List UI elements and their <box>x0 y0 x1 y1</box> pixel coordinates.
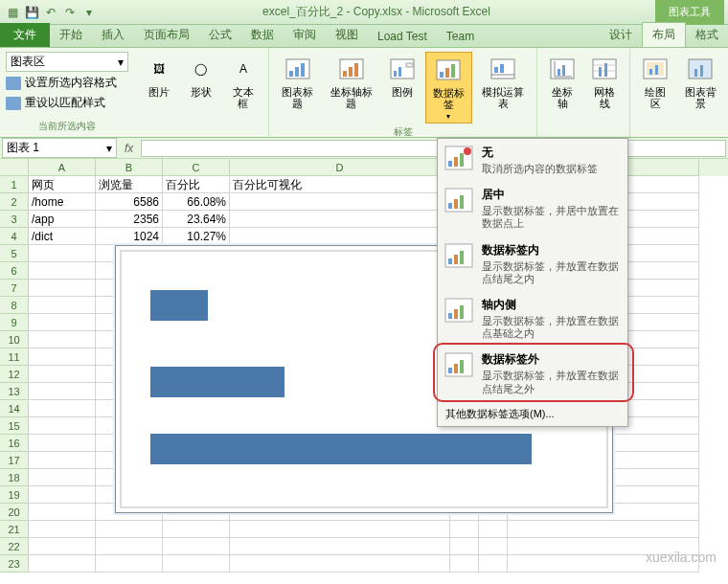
cell[interactable] <box>450 538 479 555</box>
fx-icon[interactable]: fx <box>119 142 139 155</box>
row-header[interactable]: 8 <box>0 297 29 314</box>
cell[interactable] <box>29 280 96 297</box>
tab-loadtest[interactable]: Load Test <box>368 26 437 47</box>
cell[interactable] <box>29 348 96 366</box>
tab-review[interactable]: 审阅 <box>284 23 326 47</box>
cell[interactable] <box>29 452 96 469</box>
cell[interactable] <box>96 538 163 555</box>
chart-wall-button[interactable]: 图表背景 <box>678 52 722 111</box>
row-header[interactable]: 21 <box>0 521 29 538</box>
cell[interactable] <box>29 262 96 280</box>
tab-home[interactable]: 开始 <box>50 23 92 47</box>
cell[interactable]: 百分比可视化 <box>230 176 450 193</box>
data-table-button[interactable]: 模拟运算表 <box>476 52 531 111</box>
menu-item-center[interactable]: 居中显示数据标签，并居中放置在数据点上 <box>438 181 627 236</box>
chart-title-button[interactable]: 图表标题 <box>275 52 320 111</box>
cell[interactable] <box>450 555 479 573</box>
cell[interactable] <box>29 297 96 314</box>
row-header[interactable]: 7 <box>0 280 29 297</box>
row-header[interactable]: 9 <box>0 314 29 331</box>
cell[interactable] <box>230 211 450 228</box>
col-header[interactable]: A <box>29 159 96 176</box>
cell[interactable] <box>29 555 96 573</box>
col-header[interactable]: C <box>163 159 230 176</box>
cell[interactable] <box>479 538 508 555</box>
name-box[interactable]: 图表 1 ▾ <box>2 138 117 158</box>
row-header[interactable]: 18 <box>0 469 29 486</box>
cell[interactable] <box>479 521 508 538</box>
row-header[interactable]: 22 <box>0 538 29 555</box>
cell[interactable]: 1024 <box>96 228 163 245</box>
legend-button[interactable]: 图例 <box>383 52 421 100</box>
plot-area-button[interactable]: 绘图区 <box>636 52 674 111</box>
cell[interactable] <box>29 504 96 521</box>
formula-bar[interactable] <box>141 140 726 157</box>
row-header[interactable]: 23 <box>0 555 29 573</box>
cell[interactable] <box>29 435 96 452</box>
insert-picture-button[interactable]: 🖼图片 <box>140 52 178 100</box>
bar-series-dict[interactable] <box>150 290 208 321</box>
col-header[interactable]: B <box>96 159 163 176</box>
row-header[interactable]: 3 <box>0 211 29 228</box>
cell[interactable] <box>29 538 96 555</box>
cell[interactable] <box>96 521 163 538</box>
cell[interactable] <box>230 538 450 555</box>
cell[interactable] <box>163 521 230 538</box>
cell[interactable] <box>230 521 450 538</box>
cell[interactable] <box>29 400 96 417</box>
cell[interactable]: 网页 <box>29 176 96 193</box>
row-header[interactable]: 10 <box>0 331 29 348</box>
row-header[interactable]: 16 <box>0 435 29 452</box>
menu-item-more-options[interactable]: 其他数据标签选项(M)... <box>438 401 627 426</box>
tab-team[interactable]: Team <box>437 26 484 47</box>
reset-style-button[interactable]: 重设以匹配样式 <box>6 94 128 112</box>
cell[interactable] <box>29 521 96 538</box>
row-header[interactable]: 19 <box>0 486 29 504</box>
tab-page-layout[interactable]: 页面布局 <box>134 23 199 47</box>
tab-view[interactable]: 视图 <box>326 23 368 47</box>
row-header[interactable]: 5 <box>0 245 29 262</box>
save-icon[interactable]: 💾 <box>23 4 40 21</box>
menu-item-inside-end[interactable]: 数据标签内显示数据标签，并放置在数据点结尾之内 <box>438 236 627 291</box>
format-selection-button[interactable]: 设置所选内容格式 <box>6 74 128 92</box>
cell[interactable] <box>29 469 96 486</box>
data-labels-button[interactable]: 数据标签▾ <box>425 52 472 124</box>
cell[interactable]: 浏览量 <box>96 176 163 193</box>
tab-insert[interactable]: 插入 <box>92 23 134 47</box>
cell[interactable]: 6586 <box>96 193 163 211</box>
gridlines-button[interactable]: 网格线 <box>585 52 624 111</box>
redo-icon[interactable]: ↷ <box>61 4 79 21</box>
menu-item-outside-end[interactable]: 数据标签外显示数据标签，并放置在数据点结尾之外 <box>438 346 627 400</box>
row-header[interactable]: 17 <box>0 452 29 469</box>
cell[interactable] <box>29 417 96 435</box>
row-header[interactable]: 20 <box>0 504 29 521</box>
cell[interactable] <box>29 314 96 331</box>
axis-title-button[interactable]: 坐标轴标题 <box>324 52 378 111</box>
tab-data[interactable]: 数据 <box>241 23 284 47</box>
col-header[interactable]: D <box>230 159 450 176</box>
cell[interactable] <box>450 521 479 538</box>
axes-button[interactable]: 坐标轴 <box>543 52 581 111</box>
cell[interactable]: 66.08% <box>163 193 230 211</box>
row-header[interactable]: 1 <box>0 176 29 193</box>
cell[interactable] <box>29 245 96 262</box>
row-header[interactable]: 4 <box>0 228 29 245</box>
cell[interactable] <box>479 555 508 573</box>
cell[interactable] <box>230 555 450 573</box>
cell[interactable] <box>163 555 230 573</box>
cell[interactable]: 百分比 <box>163 176 230 193</box>
undo-icon[interactable]: ↶ <box>42 4 59 21</box>
row-header[interactable]: 2 <box>0 193 29 211</box>
row-header[interactable]: 6 <box>0 262 29 280</box>
cell[interactable]: /home <box>29 193 96 211</box>
cell[interactable] <box>96 555 163 573</box>
select-all-corner[interactable] <box>0 159 29 176</box>
row-header[interactable]: 15 <box>0 417 29 435</box>
tab-format[interactable]: 格式 <box>686 23 728 47</box>
cell[interactable] <box>29 383 96 400</box>
tab-design[interactable]: 设计 <box>600 23 642 47</box>
menu-item-none[interactable]: 无取消所选内容的数据标签 <box>438 139 627 181</box>
chart-element-selector[interactable]: 图表区 ▾ <box>6 52 128 72</box>
cell[interactable] <box>230 228 450 245</box>
row-header[interactable]: 14 <box>0 400 29 417</box>
